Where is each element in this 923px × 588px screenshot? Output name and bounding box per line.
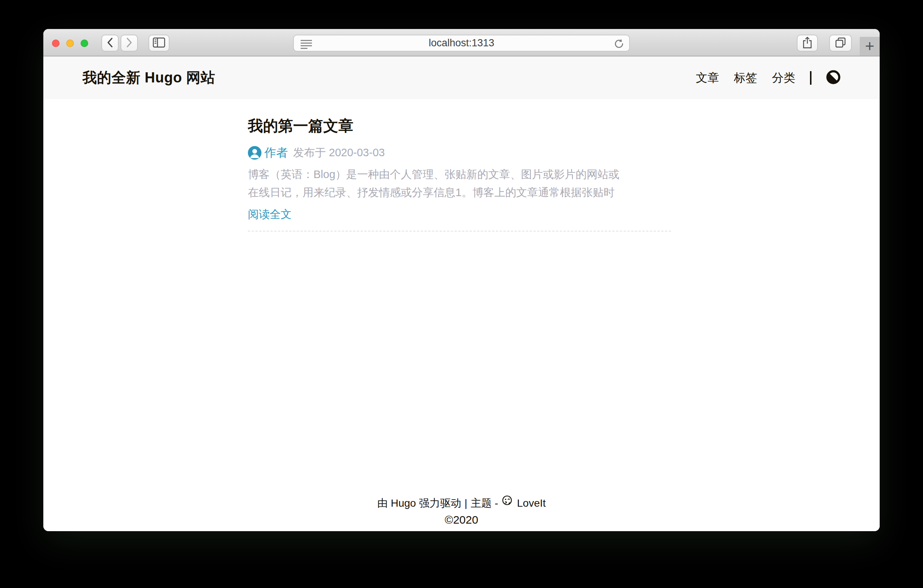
site-footer: 由 Hugo 强力驱动 | 主题 - LoveIt ©2020 [43, 495, 880, 531]
post-summary: 我的第一篇文章 作者 发布于 2020-03-03 [248, 116, 671, 231]
kiss-wink-heart-icon [501, 495, 514, 512]
tab-overview-icon [834, 36, 847, 50]
back-button[interactable] [101, 34, 119, 52]
fullscreen-window-button[interactable] [80, 39, 88, 47]
post-title[interactable]: 我的第一篇文章 [248, 116, 671, 136]
user-circle-icon [248, 146, 261, 160]
site-title[interactable]: 我的全新 Hugo 网站 [82, 68, 215, 87]
post-meta: 作者 发布于 2020-03-03 [248, 145, 671, 161]
nav-item-tags[interactable]: 标签 [734, 70, 757, 86]
tab-overview-button[interactable] [829, 34, 852, 52]
sidebar-toggle-icon [152, 36, 166, 50]
publish-date: 2020-03-03 [329, 146, 384, 159]
nav-item-posts[interactable]: 文章 [696, 70, 719, 86]
footer-powered-line: 由 Hugo 强力驱动 | 主题 - LoveIt [43, 495, 880, 512]
read-more-link[interactable]: 阅读全文 [248, 205, 292, 223]
excerpt-line: 博客（英语：Blog）是一种由个人管理、张贴新的文章、图片或影片的网站或 [248, 165, 671, 183]
footer-powered-text[interactable]: 由 Hugo 强力驱动 [377, 495, 461, 512]
chevron-right-icon [125, 37, 133, 50]
reader-view-icon[interactable] [300, 39, 314, 51]
forward-button[interactable] [121, 34, 138, 52]
post-excerpt: 博客（英语：Blog）是一种由个人管理、张贴新的文章、图片或影片的网站或 在线日… [248, 165, 671, 201]
nav-separator [810, 71, 811, 85]
footer-separator: | [465, 495, 467, 512]
plus-icon: + [865, 37, 874, 55]
footer-copyright: ©2020 [43, 512, 880, 528]
published-label: 发布于 [293, 146, 326, 159]
post-divider [248, 231, 671, 231]
theme-adjust-icon [826, 70, 841, 86]
footer-theme-label: 主题 - [471, 495, 498, 512]
share-button[interactable] [797, 34, 818, 52]
chevron-left-icon [106, 37, 114, 50]
url-text: localhost:1313 [429, 37, 494, 49]
footer-theme-name[interactable]: LoveIt [517, 495, 545, 512]
address-bar[interactable]: localhost:1313 [293, 34, 630, 52]
excerpt-line: 在线日记，用来纪录、抒发情感或分享信息1。博客上的文章通常根据张贴时 [248, 183, 671, 201]
reload-icon[interactable] [613, 38, 625, 51]
theme-toggle-button[interactable] [826, 70, 841, 86]
minimize-window-button[interactable] [66, 39, 74, 47]
traffic-lights [52, 39, 88, 47]
post-date: 发布于 2020-03-03 [293, 145, 384, 161]
new-tab-button[interactable]: + [860, 37, 880, 56]
close-window-button[interactable] [52, 39, 59, 47]
site-nav: 文章 标签 分类 [696, 70, 841, 86]
share-icon [802, 36, 813, 51]
browser-toolbar: localhost:1313 [43, 29, 880, 56]
sidebar-toggle-button[interactable] [148, 34, 169, 52]
page-content: 我的第一篇文章 作者 发布于 2020-03-03 [43, 99, 880, 531]
site-header: 我的全新 Hugo 网站 文章 标签 分类 [43, 56, 880, 99]
post-author-link[interactable]: 作者 [264, 145, 288, 161]
browser-window: localhost:1313 [43, 29, 880, 531]
nav-item-categories[interactable]: 分类 [772, 70, 795, 86]
